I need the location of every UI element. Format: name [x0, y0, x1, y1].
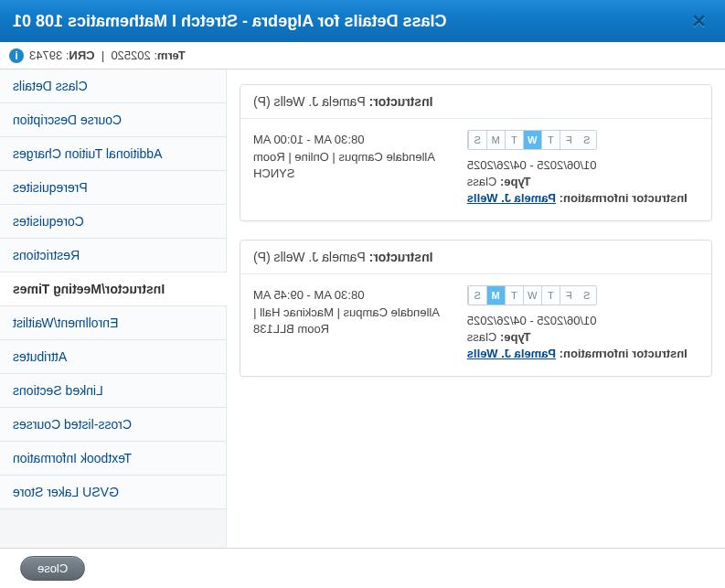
- instructor-name: Pamela J. Wells (P): [253, 250, 366, 264]
- meeting-panel: Instructor: Pamela J. Wells (P)SMTWTFS01…: [240, 240, 712, 377]
- nav-item-gvsu-laker-store[interactable]: GVSU Laker Store: [0, 476, 226, 509]
- day-w: W: [523, 131, 541, 149]
- day-t: T: [505, 131, 523, 149]
- nav-item-linked-sections[interactable]: Linked Sections: [0, 374, 226, 408]
- instructor-label: Instructor:: [366, 94, 433, 109]
- dialog-title: Class Details for Algebra - Stretch I Ma…: [13, 12, 447, 31]
- side-nav: Class DetailsCourse DescriptionAdditiona…: [0, 69, 227, 548]
- day-m: M: [486, 131, 505, 149]
- day-t: T: [505, 286, 523, 305]
- instructor-info: Instructor information: Pamela J. Wells: [467, 191, 698, 205]
- meeting-panel: Instructor: Pamela J. Wells (P)SMTWTFS01…: [240, 84, 712, 221]
- day-f: F: [560, 131, 578, 149]
- nav-item-corequisites[interactable]: Corequisites: [0, 205, 226, 239]
- day-s: S: [578, 131, 596, 149]
- close-button[interactable]: Close: [20, 556, 85, 581]
- nav-item-course-description[interactable]: Course Description: [0, 103, 226, 137]
- term-label: Term: 202520 | CRN: 39743: [29, 48, 186, 62]
- days-of-week: SMTWTFS: [467, 130, 597, 150]
- day-w: W: [523, 286, 541, 305]
- instructor-link[interactable]: Pamela J. Wells: [467, 347, 556, 360]
- day-m: M: [486, 286, 505, 305]
- nav-item-additional-tuition-charges[interactable]: Additional Tuition Charges: [0, 137, 226, 171]
- meeting-location: Allendale Campus | Online | Room SYNCH: [253, 149, 454, 181]
- meeting-dates: 01/06/2025 - 04/26/2025: [467, 158, 698, 172]
- days-of-week: SMTWTFS: [467, 285, 597, 305]
- meeting-time: 08:30 AM - 10:00 AM: [253, 133, 454, 146]
- nav-item-attributes[interactable]: Attributes: [0, 340, 226, 374]
- meeting-panel-body: SMTWTFS01/06/2025 - 04/26/2025Type: Clas…: [240, 119, 711, 220]
- instructor-label: Instructor:: [366, 250, 433, 264]
- day-r: T: [541, 131, 560, 149]
- close-icon[interactable]: ✕: [686, 10, 712, 32]
- instructor-link[interactable]: Pamela J. Wells: [467, 191, 556, 205]
- day-r: T: [541, 286, 560, 305]
- day-f: F: [560, 286, 578, 305]
- content-area: Instructor: Pamela J. Wells (P)SMTWTFS01…: [227, 69, 725, 548]
- instructor-info: Instructor information: Pamela J. Wells: [467, 347, 698, 360]
- meeting-panel-header: Instructor: Pamela J. Wells (P): [240, 241, 711, 274]
- nav-item-cross-listed-courses[interactable]: Cross-listed Courses: [0, 408, 226, 442]
- nav-item-enrollment-waitlist[interactable]: Enrollment/Waitlist: [0, 306, 226, 340]
- meeting-panel-body: SMTWTFS01/06/2025 - 04/26/2025Type: Clas…: [240, 274, 711, 376]
- meeting-panel-header: Instructor: Pamela J. Wells (P): [240, 85, 711, 119]
- meeting-type: Type: Class: [467, 175, 698, 188]
- nav-item-textbook-information[interactable]: Textbook Information: [0, 442, 226, 476]
- meeting-location: Allendale Campus | Mackinac Hall | Room …: [253, 305, 454, 337]
- day-u: S: [468, 131, 486, 149]
- nav-item-prerequisites[interactable]: Prerequisites: [0, 171, 226, 205]
- nav-item-class-details[interactable]: Class Details: [0, 69, 226, 103]
- meeting-time: 08:30 AM - 09:45 AM: [253, 288, 454, 302]
- info-icon[interactable]: i: [9, 48, 24, 63]
- day-s: S: [578, 286, 596, 305]
- meeting-type: Type: Class: [467, 330, 698, 344]
- instructor-name: Pamela J. Wells (P): [253, 94, 366, 109]
- nav-item-restrictions[interactable]: Restrictions: [0, 239, 226, 273]
- nav-item-instructor-meeting-times[interactable]: Instructor/Meeting Times: [0, 273, 226, 306]
- day-u: S: [468, 286, 486, 305]
- meeting-dates: 01/06/2025 - 04/26/2025: [467, 314, 698, 327]
